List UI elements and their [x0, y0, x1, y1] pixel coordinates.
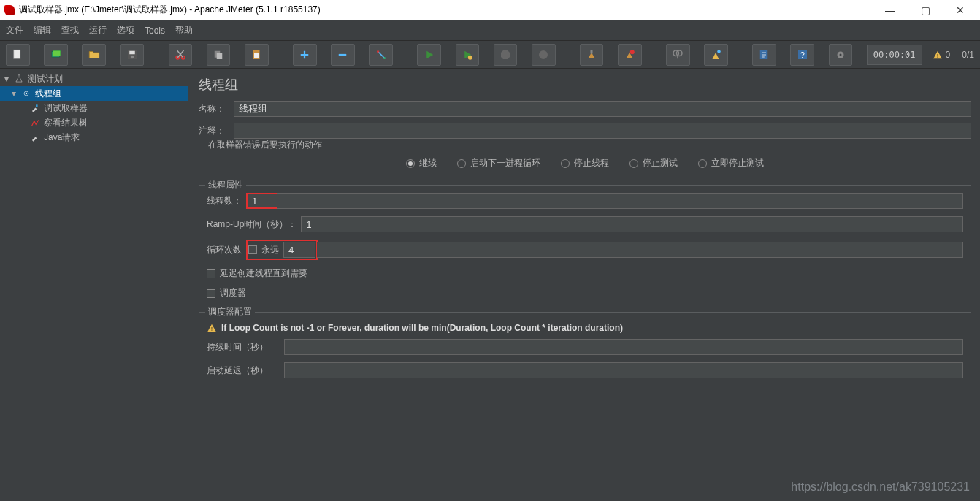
loop-count-input[interactable] [283, 242, 315, 258]
dropper-icon [29, 102, 41, 114]
comment-label: 注释： [199, 125, 234, 137]
app-icon [4, 5, 15, 15]
settings-icon[interactable] [829, 44, 853, 66]
active-thread-count: 0/1 [962, 50, 974, 60]
start-no-pause-icon[interactable] [456, 44, 480, 66]
results-tree-icon [29, 117, 41, 129]
templates-icon[interactable] [44, 44, 68, 66]
tree-node-debug-sampler[interactable]: 调试取样器 [0, 101, 188, 115]
startup-delay-label: 启动延迟（秒） [207, 364, 280, 377]
shutdown-icon[interactable] [532, 44, 556, 66]
warning-triangle-icon: ! [933, 50, 943, 60]
radio-icon [629, 159, 638, 168]
test-plan-tree[interactable]: ▾ 测试计划 ▾ 线程组 调试取样器 察看结果树 Java请求 [0, 69, 188, 501]
menu-run[interactable]: 运行 [89, 24, 107, 37]
threads-input[interactable] [246, 193, 278, 209]
tree-node-test-plan[interactable]: ▾ 测试计划 [0, 72, 188, 86]
svg-point-15 [539, 50, 548, 59]
function-helper-icon[interactable] [752, 44, 776, 66]
forever-checkbox[interactable] [248, 245, 257, 254]
scheduler-checkbox[interactable] [207, 289, 215, 298]
help-icon[interactable]: ? [790, 44, 814, 66]
panel-title: 线程组 [199, 76, 971, 93]
comment-input[interactable] [234, 123, 971, 139]
tree-node-thread-group[interactable]: ▾ 线程组 [0, 86, 188, 101]
tree-twisty-icon[interactable]: ▾ [3, 74, 10, 84]
cut-icon[interactable] [169, 44, 193, 66]
window-maximize-button[interactable]: ▢ [914, 3, 936, 18]
svg-rect-29 [36, 104, 37, 107]
scheduler-legend: 调度器配置 [205, 306, 255, 318]
menu-edit[interactable]: 编辑 [34, 24, 51, 37]
menu-search[interactable]: 查找 [61, 24, 79, 37]
collapse-icon[interactable] [331, 44, 355, 66]
svg-text:?: ? [800, 50, 805, 58]
warning-count-value: 0 [946, 50, 951, 60]
rampup-label: Ramp-Up时间（秒）： [207, 218, 296, 231]
paste-icon[interactable] [245, 44, 269, 66]
svg-text:!: ! [937, 53, 938, 58]
on-error-legend: 在取样器错误后要执行的动作 [205, 139, 325, 151]
search-icon[interactable] [666, 44, 690, 66]
svg-rect-0 [14, 50, 20, 58]
duration-label: 持续时间（秒） [207, 341, 280, 353]
tree-twisty-icon[interactable]: ▾ [10, 88, 18, 99]
svg-rect-11 [254, 53, 259, 58]
window-minimize-button[interactable]: — [879, 3, 901, 18]
svg-point-12 [377, 50, 379, 53]
menu-help[interactable]: 帮助 [175, 24, 193, 37]
tree-node-view-results-tree[interactable]: 察看结果树 [0, 115, 188, 130]
radio-icon [698, 159, 707, 168]
copy-icon[interactable] [207, 44, 231, 66]
svg-point-17 [630, 50, 635, 54]
radio-stop-thread[interactable]: 停止线程 [561, 157, 609, 169]
toggle-icon[interactable] [369, 44, 393, 66]
tree-label: 察看结果树 [44, 117, 88, 129]
start-icon[interactable] [417, 44, 441, 66]
save-icon[interactable] [120, 44, 145, 66]
startup-delay-input[interactable] [284, 362, 963, 378]
radio-next-loop[interactable]: 启动下一进程循环 [457, 157, 540, 169]
menu-options[interactable]: 选项 [117, 24, 134, 37]
reset-search-icon[interactable] [704, 44, 728, 66]
radio-stop-test[interactable]: 停止测试 [629, 157, 678, 169]
window-close-button[interactable]: ✕ [949, 3, 971, 18]
radio-stop-now[interactable]: 立即停止测试 [698, 157, 764, 169]
forever-label: 永远 [261, 244, 279, 256]
menu-tools[interactable]: Tools [145, 26, 165, 36]
gear-icon [20, 88, 32, 99]
delay-create-label: 延迟创建线程直到需要 [220, 267, 307, 280]
delay-create-checkbox[interactable] [207, 269, 215, 278]
name-input[interactable] [234, 101, 971, 117]
open-folder-icon[interactable] [82, 44, 106, 66]
thread-props-legend: 线程属性 [205, 179, 246, 191]
expand-icon[interactable] [293, 44, 317, 66]
clear-all-icon[interactable] [618, 44, 642, 66]
tree-label: Java请求 [44, 131, 80, 144]
window-titlebar: 调试取样器.jmx (E:\Jmeter\调试取样器.jmx) - Apache… [0, 0, 980, 20]
tree-node-java-request[interactable]: Java请求 [0, 130, 188, 145]
svg-point-5 [131, 55, 134, 58]
scheduler-config-fieldset: 调度器配置 ! If Loop Count is not -1 or Forev… [199, 312, 971, 386]
on-sampler-error-fieldset: 在取样器错误后要执行的动作 继续 启动下一进程循环 停止线程 停止测试 立即停止… [199, 145, 971, 180]
radio-icon [406, 159, 415, 168]
svg-point-13 [383, 57, 386, 59]
duration-input[interactable] [284, 339, 963, 355]
stop-icon[interactable] [494, 44, 518, 66]
radio-continue[interactable]: 继续 [406, 157, 437, 169]
new-file-icon[interactable] [6, 44, 30, 66]
rampup-input[interactable] [301, 216, 963, 232]
thread-group-panel: 线程组 名称： 注释： 在取样器错误后要执行的动作 继续 启动下一进程循环 停止… [188, 69, 980, 501]
clear-icon[interactable] [580, 44, 604, 66]
svg-point-28 [26, 93, 27, 94]
svg-text:!: ! [211, 326, 213, 332]
threads-input-ext[interactable] [277, 193, 963, 209]
dropper-icon [29, 131, 41, 143]
radio-icon [457, 159, 466, 168]
scheduler-warning-text: If Loop Count is not -1 or Forever, dura… [221, 323, 623, 333]
loop-count-input-ext[interactable] [317, 242, 963, 258]
menu-file[interactable]: 文件 [6, 24, 23, 37]
warning-count[interactable]: ! 0 [933, 50, 951, 60]
loops-label: 循环次数 [207, 244, 242, 256]
svg-rect-2 [53, 50, 61, 56]
